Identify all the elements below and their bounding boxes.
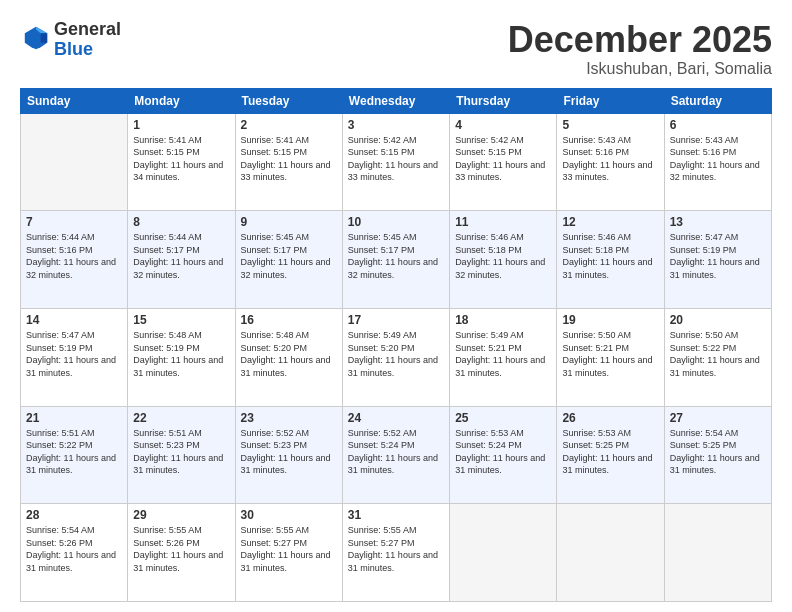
- day-info: Sunrise: 5:41 AMSunset: 5:15 PMDaylight:…: [241, 134, 337, 184]
- calendar-week-row: 1Sunrise: 5:41 AMSunset: 5:15 PMDaylight…: [21, 113, 772, 211]
- calendar-cell: 19Sunrise: 5:50 AMSunset: 5:21 PMDayligh…: [557, 308, 664, 406]
- day-info: Sunrise: 5:41 AMSunset: 5:15 PMDaylight:…: [133, 134, 229, 184]
- day-info: Sunrise: 5:50 AMSunset: 5:22 PMDaylight:…: [670, 329, 766, 379]
- day-number: 28: [26, 508, 122, 522]
- day-number: 30: [241, 508, 337, 522]
- day-info: Sunrise: 5:55 AMSunset: 5:27 PMDaylight:…: [241, 524, 337, 574]
- day-info: Sunrise: 5:43 AMSunset: 5:16 PMDaylight:…: [670, 134, 766, 184]
- logo: General Blue: [20, 20, 121, 60]
- calendar-cell: 14Sunrise: 5:47 AMSunset: 5:19 PMDayligh…: [21, 308, 128, 406]
- day-number: 25: [455, 411, 551, 425]
- day-number: 13: [670, 215, 766, 229]
- calendar-cell: 23Sunrise: 5:52 AMSunset: 5:23 PMDayligh…: [235, 406, 342, 504]
- calendar-week-row: 28Sunrise: 5:54 AMSunset: 5:26 PMDayligh…: [21, 504, 772, 602]
- day-number: 10: [348, 215, 444, 229]
- day-info: Sunrise: 5:47 AMSunset: 5:19 PMDaylight:…: [26, 329, 122, 379]
- day-info: Sunrise: 5:42 AMSunset: 5:15 PMDaylight:…: [455, 134, 551, 184]
- calendar-cell: 8Sunrise: 5:44 AMSunset: 5:17 PMDaylight…: [128, 211, 235, 309]
- calendar-cell: 10Sunrise: 5:45 AMSunset: 5:17 PMDayligh…: [342, 211, 449, 309]
- month-title: December 2025: [508, 20, 772, 60]
- day-info: Sunrise: 5:53 AMSunset: 5:25 PMDaylight:…: [562, 427, 658, 477]
- calendar-cell: 21Sunrise: 5:51 AMSunset: 5:22 PMDayligh…: [21, 406, 128, 504]
- day-number: 27: [670, 411, 766, 425]
- day-info: Sunrise: 5:44 AMSunset: 5:16 PMDaylight:…: [26, 231, 122, 281]
- day-info: Sunrise: 5:49 AMSunset: 5:20 PMDaylight:…: [348, 329, 444, 379]
- day-info: Sunrise: 5:55 AMSunset: 5:27 PMDaylight:…: [348, 524, 444, 574]
- calendar-cell: [557, 504, 664, 602]
- weekday-header-thursday: Thursday: [450, 88, 557, 113]
- day-info: Sunrise: 5:46 AMSunset: 5:18 PMDaylight:…: [562, 231, 658, 281]
- calendar-cell: 15Sunrise: 5:48 AMSunset: 5:19 PMDayligh…: [128, 308, 235, 406]
- weekday-header-wednesday: Wednesday: [342, 88, 449, 113]
- location-subtitle: Iskushuban, Bari, Somalia: [508, 60, 772, 78]
- day-number: 9: [241, 215, 337, 229]
- day-info: Sunrise: 5:45 AMSunset: 5:17 PMDaylight:…: [348, 231, 444, 281]
- calendar-cell: 2Sunrise: 5:41 AMSunset: 5:15 PMDaylight…: [235, 113, 342, 211]
- day-info: Sunrise: 5:55 AMSunset: 5:26 PMDaylight:…: [133, 524, 229, 574]
- calendar-cell: 24Sunrise: 5:52 AMSunset: 5:24 PMDayligh…: [342, 406, 449, 504]
- day-number: 18: [455, 313, 551, 327]
- weekday-header-sunday: Sunday: [21, 88, 128, 113]
- day-number: 2: [241, 118, 337, 132]
- calendar-cell: 7Sunrise: 5:44 AMSunset: 5:16 PMDaylight…: [21, 211, 128, 309]
- day-number: 5: [562, 118, 658, 132]
- day-number: 7: [26, 215, 122, 229]
- day-info: Sunrise: 5:45 AMSunset: 5:17 PMDaylight:…: [241, 231, 337, 281]
- weekday-header-friday: Friday: [557, 88, 664, 113]
- day-number: 26: [562, 411, 658, 425]
- calendar-header-row: SundayMondayTuesdayWednesdayThursdayFrid…: [21, 88, 772, 113]
- day-info: Sunrise: 5:44 AMSunset: 5:17 PMDaylight:…: [133, 231, 229, 281]
- day-info: Sunrise: 5:50 AMSunset: 5:21 PMDaylight:…: [562, 329, 658, 379]
- day-info: Sunrise: 5:52 AMSunset: 5:24 PMDaylight:…: [348, 427, 444, 477]
- day-info: Sunrise: 5:51 AMSunset: 5:22 PMDaylight:…: [26, 427, 122, 477]
- day-number: 22: [133, 411, 229, 425]
- calendar-cell: 30Sunrise: 5:55 AMSunset: 5:27 PMDayligh…: [235, 504, 342, 602]
- calendar-week-row: 14Sunrise: 5:47 AMSunset: 5:19 PMDayligh…: [21, 308, 772, 406]
- day-number: 3: [348, 118, 444, 132]
- day-info: Sunrise: 5:53 AMSunset: 5:24 PMDaylight:…: [455, 427, 551, 477]
- day-info: Sunrise: 5:48 AMSunset: 5:20 PMDaylight:…: [241, 329, 337, 379]
- calendar-cell: 9Sunrise: 5:45 AMSunset: 5:17 PMDaylight…: [235, 211, 342, 309]
- day-info: Sunrise: 5:54 AMSunset: 5:26 PMDaylight:…: [26, 524, 122, 574]
- day-number: 19: [562, 313, 658, 327]
- logo-icon: [22, 24, 50, 52]
- calendar-cell: 20Sunrise: 5:50 AMSunset: 5:22 PMDayligh…: [664, 308, 771, 406]
- calendar-cell: [21, 113, 128, 211]
- day-number: 6: [670, 118, 766, 132]
- page: General Blue December 2025 Iskushuban, B…: [0, 0, 792, 612]
- calendar-cell: 25Sunrise: 5:53 AMSunset: 5:24 PMDayligh…: [450, 406, 557, 504]
- calendar-cell: 18Sunrise: 5:49 AMSunset: 5:21 PMDayligh…: [450, 308, 557, 406]
- day-number: 16: [241, 313, 337, 327]
- calendar-cell: [450, 504, 557, 602]
- day-number: 4: [455, 118, 551, 132]
- calendar-week-row: 21Sunrise: 5:51 AMSunset: 5:22 PMDayligh…: [21, 406, 772, 504]
- day-number: 20: [670, 313, 766, 327]
- calendar-cell: 22Sunrise: 5:51 AMSunset: 5:23 PMDayligh…: [128, 406, 235, 504]
- day-number: 31: [348, 508, 444, 522]
- day-info: Sunrise: 5:43 AMSunset: 5:16 PMDaylight:…: [562, 134, 658, 184]
- calendar-cell: 27Sunrise: 5:54 AMSunset: 5:25 PMDayligh…: [664, 406, 771, 504]
- day-number: 24: [348, 411, 444, 425]
- calendar-cell: 12Sunrise: 5:46 AMSunset: 5:18 PMDayligh…: [557, 211, 664, 309]
- weekday-header-monday: Monday: [128, 88, 235, 113]
- title-block: December 2025 Iskushuban, Bari, Somalia: [508, 20, 772, 78]
- day-info: Sunrise: 5:52 AMSunset: 5:23 PMDaylight:…: [241, 427, 337, 477]
- day-info: Sunrise: 5:47 AMSunset: 5:19 PMDaylight:…: [670, 231, 766, 281]
- day-number: 17: [348, 313, 444, 327]
- calendar-cell: 31Sunrise: 5:55 AMSunset: 5:27 PMDayligh…: [342, 504, 449, 602]
- calendar-cell: [664, 504, 771, 602]
- calendar-cell: 4Sunrise: 5:42 AMSunset: 5:15 PMDaylight…: [450, 113, 557, 211]
- day-info: Sunrise: 5:51 AMSunset: 5:23 PMDaylight:…: [133, 427, 229, 477]
- calendar-cell: 29Sunrise: 5:55 AMSunset: 5:26 PMDayligh…: [128, 504, 235, 602]
- day-info: Sunrise: 5:42 AMSunset: 5:15 PMDaylight:…: [348, 134, 444, 184]
- header: General Blue December 2025 Iskushuban, B…: [20, 20, 772, 78]
- day-number: 23: [241, 411, 337, 425]
- calendar-cell: 6Sunrise: 5:43 AMSunset: 5:16 PMDaylight…: [664, 113, 771, 211]
- logo-general-text: General: [54, 19, 121, 39]
- calendar-cell: 11Sunrise: 5:46 AMSunset: 5:18 PMDayligh…: [450, 211, 557, 309]
- weekday-header-tuesday: Tuesday: [235, 88, 342, 113]
- day-number: 14: [26, 313, 122, 327]
- day-number: 12: [562, 215, 658, 229]
- day-number: 15: [133, 313, 229, 327]
- day-info: Sunrise: 5:49 AMSunset: 5:21 PMDaylight:…: [455, 329, 551, 379]
